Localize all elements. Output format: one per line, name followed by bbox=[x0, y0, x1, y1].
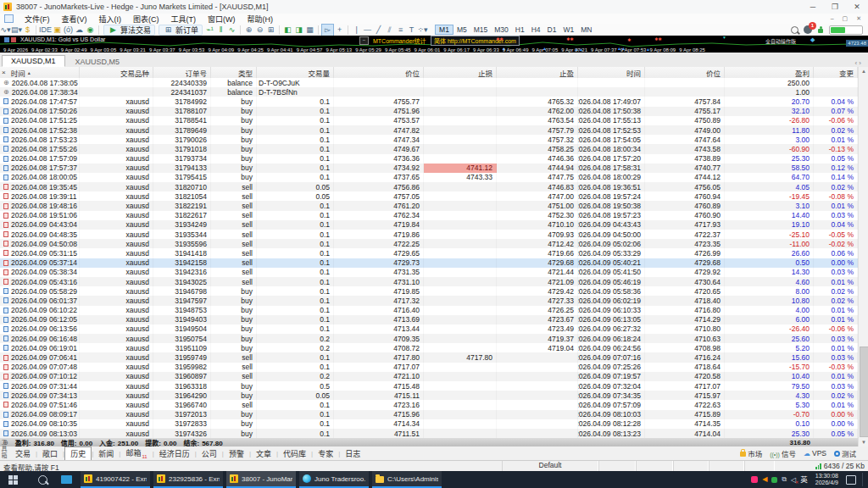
crosshair-icon[interactable]: + bbox=[334, 25, 345, 36]
table-row[interactable]: 2026.04.09 08:10:35xauusd31972833buy0.14… bbox=[0, 419, 858, 429]
menu-item[interactable]: 文件(F) bbox=[19, 14, 56, 25]
taskbar-button[interactable]: C:\Users\Adminis... bbox=[372, 471, 442, 488]
toolbox-tab-日志[interactable]: 日志 bbox=[340, 447, 365, 460]
ide-icon[interactable]: IDE bbox=[39, 25, 52, 36]
table-row[interactable]: 2026.04.09 06:16:48xauusd31950754buy0.24… bbox=[0, 334, 858, 343]
signal-icon[interactable]: (ó) bbox=[63, 25, 74, 36]
column-header[interactable]: 止盈 bbox=[497, 67, 578, 78]
column-header[interactable]: 订单号 bbox=[153, 67, 211, 78]
table-row[interactable]: 2026.04.08 19:51:06xauusd31822617sell0.1… bbox=[0, 211, 858, 220]
table-row[interactable]: 2026.04.09 05:37:14xauusd31942158sell0.1… bbox=[0, 258, 858, 268]
timeframe-w1[interactable]: W1 bbox=[559, 25, 577, 35]
toolbox-tab-历史[interactable]: 历史 bbox=[64, 446, 92, 461]
auto-scroll-icon[interactable]: ◨ bbox=[293, 25, 304, 36]
timeframe-h4[interactable]: H4 bbox=[528, 25, 544, 35]
toolbox-tab-经济日历[interactable]: 经济日历 bbox=[154, 447, 195, 460]
table-row[interactable]: 2026.04.08 17:51:25xauusd31788541buy0.14… bbox=[0, 116, 858, 125]
screenshot-icon[interactable]: ▦ bbox=[304, 25, 315, 36]
volumes-icon[interactable]: ‖ bbox=[215, 25, 226, 36]
table-row[interactable]: 2026.04.09 07:51:46xauusd31966740sell0.1… bbox=[0, 400, 858, 409]
notifications-icon[interactable]: 1 bbox=[804, 25, 812, 34]
tray-green-icon[interactable] bbox=[771, 477, 777, 483]
table-row[interactable]: ⊕2026.04.08 17:38:05224340339balanceD-T-… bbox=[0, 78, 858, 87]
scrollbar-thumb[interactable] bbox=[860, 347, 868, 437]
shift-end-icon[interactable]: ◧ bbox=[282, 25, 293, 36]
table-row[interactable]: 2026.04.08 17:57:37xauusd31794133buy0.14… bbox=[0, 164, 858, 173]
chart-template-icon[interactable]: ▤▾ bbox=[11, 25, 22, 36]
menu-item[interactable]: 帮助(H) bbox=[242, 14, 280, 25]
menu-item[interactable]: 窗口(W) bbox=[202, 14, 242, 25]
timeframe-mn[interactable]: MN bbox=[577, 25, 595, 35]
timeframe-d1[interactable]: D1 bbox=[544, 25, 560, 35]
panel-minimize-icon[interactable]: − bbox=[359, 36, 369, 45]
column-header[interactable]: 变更 bbox=[814, 67, 858, 78]
table-row[interactable]: 2026.04.08 18:00:05xauusd31795415buy0.14… bbox=[0, 173, 858, 182]
taskbar-button[interactable]: 232925836 - Exne... bbox=[153, 471, 223, 488]
timeframe-m15[interactable]: M15 bbox=[470, 25, 492, 35]
chart-tab-xauusd-m1[interactable]: XAUUSD,M1 bbox=[2, 55, 65, 67]
profile-icon[interactable] bbox=[817, 26, 824, 34]
table-row[interactable]: 2026.04.09 06:01:37xauusd31947597buy0.14… bbox=[0, 296, 858, 305]
table-row[interactable]: 2026.04.08 19:35:45xauusd31820710sell0.0… bbox=[0, 182, 858, 191]
table-row[interactable]: 2026.04.08 17:50:26xauusd31788107buy0.14… bbox=[0, 107, 858, 116]
fibonacci-icon[interactable]: ≡ bbox=[395, 25, 406, 36]
column-header[interactable]: 交易品种 bbox=[80, 67, 153, 78]
cursor-icon[interactable]: ▻ bbox=[321, 24, 334, 36]
table-row[interactable]: 2026.04.09 07:31:44xauusd31963318buy0.54… bbox=[0, 381, 858, 391]
task-view-icon[interactable] bbox=[61, 475, 72, 484]
table-row[interactable]: 2026.04.09 04:50:08xauusd31935596sell0.1… bbox=[0, 239, 858, 248]
taskbar-button[interactable]: 38007 - JunoMar... bbox=[226, 471, 296, 488]
tile-windows-icon[interactable]: ⊞ bbox=[265, 25, 276, 36]
timeframe-h1[interactable]: H1 bbox=[512, 25, 528, 35]
menu-item[interactable]: 查看(V) bbox=[56, 14, 93, 25]
close-button[interactable]: ✕ bbox=[846, 3, 868, 11]
column-header[interactable]: ×时间▴ bbox=[0, 67, 80, 78]
toolbox-tab-专家[interactable]: 专家 bbox=[313, 447, 338, 460]
toolbox-close-icon[interactable]: × bbox=[2, 69, 6, 76]
table-row[interactable]: 2026.04.09 06:19:01xauusd31951109buy0.24… bbox=[0, 343, 858, 352]
table-row[interactable]: 2026.04.09 06:10:22xauusd31948753buy0.14… bbox=[0, 306, 858, 315]
table-row[interactable]: 2026.04.09 05:43:16xauusd31943025sell0.1… bbox=[0, 277, 858, 286]
channel-icon[interactable]: ⫽ bbox=[384, 25, 395, 36]
zoom-in-icon[interactable]: ⊕ bbox=[243, 25, 254, 36]
table-row[interactable]: 2026.04.09 07:34:13xauusd31964290buy0.05… bbox=[0, 391, 858, 400]
restore-button[interactable]: ❐ bbox=[824, 3, 846, 11]
table-row[interactable]: 2026.04.09 06:13:56xauusd31949504buy0.14… bbox=[0, 324, 858, 334]
network-icon[interactable]: ⧉ bbox=[782, 475, 787, 484]
taskbar-search-icon[interactable] bbox=[38, 475, 47, 485]
toolbox-tab-交易[interactable]: 交易 bbox=[10, 447, 36, 460]
tray-audio-icon[interactable]: ◀ bbox=[762, 475, 767, 484]
column-header[interactable]: 价位 bbox=[334, 67, 424, 78]
table-row[interactable]: 2026.04.09 07:06:41xauusd31959749sell0.1… bbox=[0, 352, 858, 362]
table-row[interactable]: 2026.04.09 05:31:15xauusd31941418sell0.1… bbox=[0, 248, 858, 258]
menu-item[interactable]: 工具(T) bbox=[165, 14, 203, 25]
language-indicator[interactable]: 英 bbox=[800, 475, 808, 484]
table-row[interactable]: 2026.04.09 08:09:17xauusd31972013buy0.14… bbox=[0, 410, 858, 419]
toolbox-tab-文章[interactable]: 文章 bbox=[251, 447, 276, 460]
table-row[interactable]: 2026.04.09 05:58:29xauusd31946798buy0.14… bbox=[0, 286, 858, 296]
toolbox-tab-邮箱[interactable]: 邮箱11 bbox=[120, 446, 152, 460]
lock-icon[interactable]: ▣ bbox=[52, 25, 63, 36]
market-button[interactable]: 市场 bbox=[740, 448, 762, 458]
text-tool-icon[interactable]: T bbox=[406, 25, 417, 36]
toolbox-tab-敞口[interactable]: 敞口 bbox=[37, 447, 63, 460]
test-button[interactable]: 测试 bbox=[834, 448, 856, 458]
table-row[interactable]: 2026.04.08 17:52:38xauusd31789649buy0.14… bbox=[0, 125, 858, 135]
table-row[interactable]: 2026.04.09 04:48:35xauusd31935344sell0.1… bbox=[0, 230, 858, 239]
tick-chart-icon[interactable]: ⌁¹ bbox=[204, 25, 215, 36]
table-row[interactable]: 2026.04.09 07:07:48xauusd31959982sell0.1… bbox=[0, 363, 858, 372]
table-row[interactable]: 2026.04.09 07:10:12xauusd31960897sell0.2… bbox=[0, 372, 858, 381]
table-row[interactable]: 2026.04.09 06:12:05xauusd31949403buy0.14… bbox=[0, 315, 858, 324]
cloud-icon[interactable]: ☁ bbox=[74, 25, 85, 36]
zigzag-icon[interactable]: ∿ bbox=[226, 25, 237, 36]
table-row[interactable]: 2026.04.09 04:43:04xauusd31934249sell0.1… bbox=[0, 220, 858, 230]
column-header[interactable]: 止损 bbox=[424, 67, 497, 78]
timeframe-m1[interactable]: M1 bbox=[435, 25, 453, 35]
table-row[interactable]: 2026.04.08 17:47:57xauusd31784992buy0.14… bbox=[0, 97, 858, 106]
taskbar-button[interactable]: Juno Tradersroo... bbox=[299, 471, 369, 488]
table-row[interactable]: ⊕2026.04.08 17:38:34224341037balanceD-T-… bbox=[0, 87, 858, 97]
scroll-down-icon[interactable]: ▼ bbox=[859, 438, 868, 446]
column-header[interactable]: 时间 bbox=[578, 67, 645, 78]
column-header[interactable]: 交易量 bbox=[257, 67, 334, 78]
vps-button[interactable]: ☁VPS bbox=[804, 449, 826, 458]
